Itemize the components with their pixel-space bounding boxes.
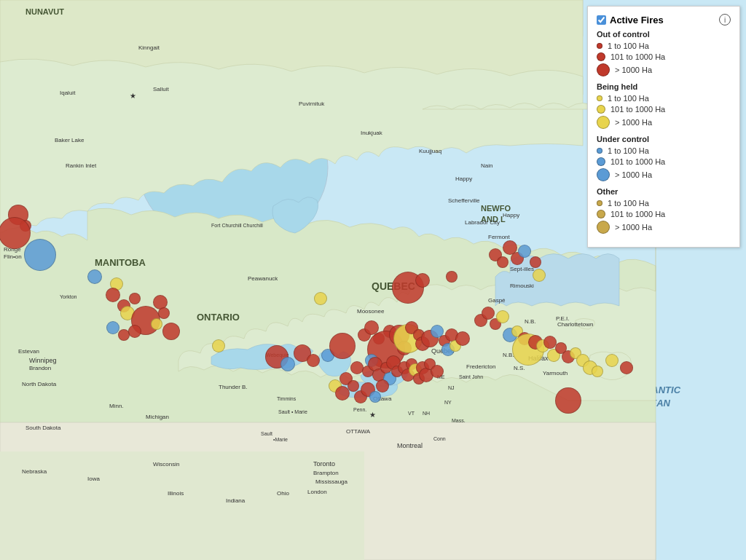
svg-text:•Marie: •Marie (273, 437, 288, 442)
svg-text:South Dakota: South Dakota (25, 425, 61, 431)
svg-text:VT: VT (408, 411, 415, 416)
legend-item: > 1000 Ha (597, 63, 731, 76)
legend-item: 101 to 1000 Ha (597, 52, 731, 61)
map-container: Hudson Bay Labrador Sea ATLANTIC OCEAN (0, 0, 746, 560)
legend-item: 101 to 1000 Ha (597, 210, 731, 218)
svg-text:Kinngait: Kinngait (138, 44, 160, 51)
svg-text:Charlottetown: Charlottetown (557, 321, 593, 328)
svg-text:Halifax: Halifax (528, 355, 549, 362)
svg-text:Toronto: Toronto (313, 460, 335, 468)
svg-text:Inukjuak: Inukjuak (361, 130, 383, 136)
svg-text:★: ★ (130, 92, 136, 100)
legend-section-other: Other1 to 100 Ha101 to 1000 Ha> 1000 Ha (597, 187, 731, 234)
svg-text:Ottawa: Ottawa (373, 395, 392, 402)
svg-text:Sault • Marie: Sault • Marie (278, 409, 307, 414)
svg-text:Baker Lake: Baker Lake (55, 137, 85, 143)
svg-text:Schefferville: Schefferville (448, 197, 480, 204)
svg-text:Fermont: Fermont (488, 234, 511, 240)
svg-text:London: London (307, 489, 327, 495)
legend-item-label: > 1000 Ha (615, 223, 652, 232)
svg-text:Moosonee: Moosonee (357, 308, 385, 315)
svg-text:Brampton: Brampton (313, 470, 339, 476)
legend-dot (597, 200, 602, 206)
legend-title-left: Active Fires (597, 15, 664, 25)
legend-title-text: Active Fires (610, 15, 664, 25)
svg-text:Fort Churchill Churchill: Fort Churchill Churchill (211, 223, 263, 228)
legend-dot (597, 43, 602, 49)
legend-item: 1 to 100 Ha (597, 146, 731, 155)
legend-item-label: > 1000 Ha (615, 66, 652, 74)
svg-text:Quebec: Quebec (431, 347, 455, 355)
legend-item-label: 101 to 1000 Ha (610, 210, 665, 218)
legend-dot (597, 221, 610, 234)
legend-sections: Out of control1 to 100 Ha101 to 1000 Ha>… (597, 30, 731, 234)
svg-text:Mississauga: Mississauga (315, 478, 348, 485)
svg-text:Gaspé: Gaspé (488, 297, 506, 304)
svg-text:Iqaluit: Iqaluit (60, 90, 76, 96)
svg-text:NJ: NJ (448, 385, 455, 390)
legend-item-label: 101 to 1000 Ha (610, 157, 665, 166)
svg-text:Estevan: Estevan (18, 348, 39, 355)
legend-item: 101 to 1000 Ha (597, 157, 731, 166)
svg-text:ME: ME (437, 374, 445, 379)
legend-dot (597, 52, 605, 61)
svg-text:N.B.: N.B. (525, 318, 536, 325)
svg-text:Wisconsin: Wisconsin (153, 461, 179, 468)
svg-text:Indiana: Indiana (226, 497, 246, 504)
legend-item-label: 101 to 1000 Ha (610, 52, 665, 61)
svg-text:Illinois: Illinois (168, 490, 184, 497)
svg-text:NUNAVUT: NUNAVUT (25, 7, 64, 16)
svg-text:Michigan: Michigan (146, 414, 169, 420)
svg-text:Labrador City: Labrador City (465, 219, 500, 226)
legend-item: 101 to 1000 Ha (597, 105, 731, 114)
active-fires-checkbox[interactable] (597, 15, 606, 25)
svg-text:★: ★ (369, 411, 376, 419)
svg-text:Puvirnituk: Puvirnituk (299, 100, 325, 107)
legend-panel: Active Fires i Out of control1 to 100 Ha… (587, 6, 740, 248)
legend-item-label: 1 to 100 Ha (608, 199, 649, 208)
svg-text:Nebraska: Nebraska (22, 468, 47, 475)
svg-text:Kuujjuaq: Kuujjuaq (419, 148, 441, 154)
svg-text:Iowa: Iowa (87, 476, 100, 482)
svg-text:Conn: Conn (433, 436, 446, 441)
legend-item-label: > 1000 Ha (615, 118, 652, 127)
legend-dot (597, 95, 602, 101)
legend-item-label: 1 to 100 Ha (608, 42, 649, 50)
legend-section-title-being-held: Being held (597, 82, 731, 91)
legend-item: > 1000 Ha (597, 116, 731, 129)
legend-item-label: 1 to 100 Ha (608, 146, 649, 155)
legend-dot (597, 210, 605, 218)
svg-text:Peawanuck: Peawanuck (248, 275, 278, 282)
legend-dot (597, 105, 605, 114)
svg-text:Nain: Nain (481, 162, 492, 169)
legend-dot (597, 63, 610, 76)
svg-text:Rimouski: Rimouski (510, 283, 534, 289)
legend-section-being-held: Being held1 to 100 Ha101 to 1000 Ha> 100… (597, 82, 731, 129)
svg-text:Mass.: Mass. (452, 418, 466, 423)
svg-text:Salluit: Salluit (153, 86, 170, 92)
legend-dot (597, 157, 605, 166)
legend-section-title-under-control: Under control (597, 135, 731, 143)
legend-item: > 1000 Ha (597, 168, 731, 181)
svg-text:ONTARIO: ONTARIO (197, 312, 240, 323)
svg-text:Happy: Happy (455, 176, 472, 182)
legend-item: > 1000 Ha (597, 221, 731, 234)
svg-text:NH: NH (423, 411, 430, 416)
svg-text:NY: NY (444, 400, 452, 405)
legend-item-label: 101 to 1000 Ha (610, 105, 665, 114)
legend-section-title-other: Other (597, 187, 731, 196)
legend-item-label: 1 to 100 Ha (608, 94, 649, 103)
legend-item: 1 to 100 Ha (597, 199, 731, 208)
legend-dot (597, 168, 610, 181)
svg-text:Webequie: Webequie (266, 352, 289, 358)
legend-section-under-control: Under control1 to 100 Ha101 to 1000 Ha> … (597, 135, 731, 181)
svg-text:Fredericton: Fredericton (466, 363, 495, 370)
svg-text:N.B.: N.B. (503, 352, 514, 358)
svg-text:N.S.: N.S. (514, 365, 525, 371)
legend-title-row: Active Fires i (597, 14, 731, 25)
svg-text:Minn.: Minn. (109, 403, 124, 409)
info-icon[interactable]: i (719, 14, 731, 25)
legend-section-out-of-control: Out of control1 to 100 Ha101 to 1000 Ha>… (597, 30, 731, 76)
svg-text:MANITOBA: MANITOBA (95, 257, 146, 268)
svg-text:Brandon: Brandon (29, 365, 51, 371)
